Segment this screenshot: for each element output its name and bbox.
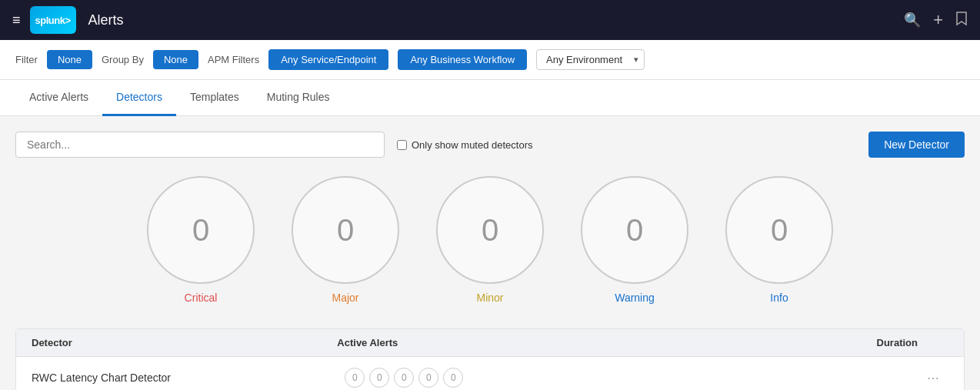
mute-checkbox[interactable]: [397, 140, 407, 150]
alert-circle-4: 0: [443, 368, 463, 388]
nav-icons: 🔍 +: [904, 10, 968, 30]
tab-detectors[interactable]: Detectors: [102, 80, 176, 116]
filter-label: Filter: [15, 54, 38, 65]
main-content: Only show muted detectors New Detector 0…: [0, 116, 980, 390]
minor-circle: 0: [436, 176, 544, 284]
filter-none-button[interactable]: None: [47, 50, 92, 69]
minor-label[interactable]: Minor: [476, 292, 503, 304]
major-value: 0: [337, 213, 354, 248]
critical-value: 0: [192, 213, 209, 248]
circle-minor: 0 Minor: [436, 176, 544, 304]
alert-circle-3: 0: [418, 368, 438, 388]
alert-circle-2: 0: [394, 368, 414, 388]
warning-circle: 0: [581, 176, 688, 284]
apm-filters-label: APM Filters: [208, 54, 259, 65]
circle-warning: 0 Warning: [581, 176, 688, 304]
environment-dropdown[interactable]: Any Environment: [536, 49, 645, 70]
tab-templates[interactable]: Templates: [176, 80, 253, 116]
warning-label[interactable]: Warning: [615, 292, 655, 304]
tabs-bar: Active Alerts Detectors Templates Muting…: [0, 80, 980, 116]
info-value: 0: [771, 213, 788, 248]
group-by-none-button[interactable]: None: [153, 50, 198, 69]
circle-critical: 0 Critical: [147, 176, 255, 304]
critical-label[interactable]: Critical: [185, 292, 218, 304]
logo[interactable]: splunk>: [30, 6, 76, 34]
search-icon[interactable]: 🔍: [904, 12, 921, 28]
detector-duration: ⋯: [643, 371, 948, 385]
alert-circle-1: 0: [369, 368, 389, 388]
major-label[interactable]: Major: [332, 292, 358, 304]
mute-checkbox-text: Only show muted detectors: [412, 139, 533, 151]
info-label[interactable]: Info: [770, 292, 788, 304]
detector-name[interactable]: RWC Latency Chart Detector: [32, 372, 329, 384]
col-header-detector: Detector: [32, 337, 322, 348]
detectors-table: Detector Active Alerts Duration RWC Late…: [15, 328, 965, 390]
logo-text: splunk>: [35, 15, 71, 26]
col-header-duration: Duration: [628, 337, 948, 348]
search-row: Only show muted detectors New Detector: [15, 132, 965, 158]
col-header-alerts: Active Alerts: [322, 337, 627, 348]
detector-alerts: 0 0 0 0 0: [329, 368, 642, 388]
plus-icon[interactable]: +: [933, 10, 943, 30]
alert-circle-0: 0: [345, 368, 365, 388]
service-endpoint-button[interactable]: Any Service/Endpoint: [268, 49, 388, 70]
business-workflow-button[interactable]: Any Business Workflow: [398, 49, 527, 70]
circle-info: 0 Info: [725, 176, 833, 304]
filter-bar: Filter None Group By None APM Filters An…: [0, 40, 980, 80]
severity-circles-row: 0 Critical 0 Major 0 Minor 0 Warning 0: [15, 176, 965, 304]
top-nav: ≡ splunk> Alerts 🔍 +: [0, 0, 980, 40]
critical-circle: 0: [147, 176, 255, 284]
circle-major: 0 Major: [292, 176, 399, 304]
bookmark-icon[interactable]: [955, 11, 968, 30]
hamburger-icon[interactable]: ≡: [12, 12, 21, 28]
info-circle: 0: [725, 176, 833, 284]
mute-checkbox-label[interactable]: Only show muted detectors: [397, 139, 856, 151]
warning-value: 0: [626, 213, 643, 248]
tab-muting-rules[interactable]: Muting Rules: [253, 80, 344, 116]
tab-active-alerts[interactable]: Active Alerts: [15, 80, 102, 116]
major-circle: 0: [292, 176, 399, 284]
group-by-label: Group By: [102, 54, 144, 65]
table-row: RWC Latency Chart Detector 0 0 0 0 0 ⋯: [16, 357, 964, 390]
page-title: Alerts: [88, 12, 895, 28]
environment-dropdown-wrapper[interactable]: Any Environment: [536, 49, 645, 70]
search-input[interactable]: [15, 132, 385, 158]
new-detector-button[interactable]: New Detector: [868, 132, 965, 158]
table-header: Detector Active Alerts Duration: [16, 329, 964, 357]
minor-value: 0: [482, 213, 498, 248]
more-options-button[interactable]: ⋯: [927, 371, 941, 385]
